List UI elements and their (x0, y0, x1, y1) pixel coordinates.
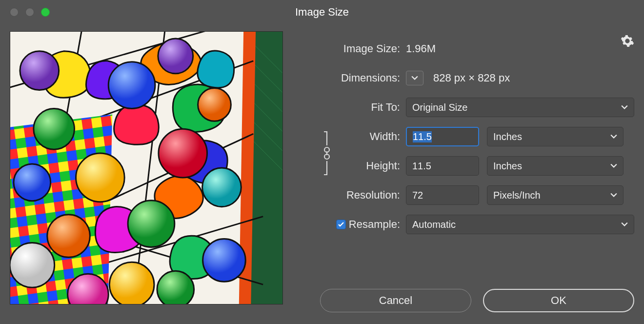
resample-value: Automatic (412, 219, 456, 230)
chevron-down-icon (610, 163, 617, 168)
chevron-down-icon (621, 105, 628, 110)
svg-point-22 (20, 51, 59, 90)
chevron-down-icon (411, 76, 418, 81)
traffic-lights (10, 8, 50, 17)
resolution-units-select[interactable]: Pixels/Inch (487, 185, 624, 205)
dimensions-label: Dimensions: (302, 72, 400, 84)
width-field[interactable] (413, 131, 472, 142)
svg-point-30 (47, 215, 90, 258)
width-units-select[interactable]: Inches (487, 127, 624, 146)
svg-point-29 (128, 201, 175, 247)
image-size-value: 1.96M (406, 42, 436, 55)
svg-point-26 (159, 129, 207, 178)
fit-to-value: Original Size (412, 102, 467, 113)
dialog-buttons: Cancel OK (320, 289, 634, 312)
fit-to-select[interactable]: Original Size (406, 98, 634, 117)
resample-select[interactable]: Automatic (406, 215, 634, 234)
dimensions-value: 828 px × 828 px (433, 72, 510, 84)
width-input[interactable] (406, 127, 479, 146)
image-size-label: Image Size: (302, 42, 400, 55)
check-icon (338, 221, 344, 228)
chevron-down-icon (610, 193, 617, 198)
svg-point-23 (108, 62, 155, 109)
height-units-value: Inches (493, 161, 522, 172)
height-field[interactable] (412, 161, 473, 172)
svg-point-33 (109, 262, 154, 304)
svg-point-34 (157, 271, 194, 304)
svg-point-25 (34, 108, 75, 149)
svg-point-31 (202, 168, 242, 207)
settings-panel: Image Size: 1.96M Dimensions: 828 px × 8… (302, 31, 634, 304)
image-preview[interactable] (10, 31, 283, 304)
width-label: Width: (302, 130, 400, 143)
chevron-down-icon (610, 134, 617, 139)
height-label: Height: (302, 160, 400, 172)
cancel-button[interactable]: Cancel (320, 289, 471, 312)
svg-point-24 (158, 39, 193, 74)
svg-point-37 (198, 88, 231, 122)
dimensions-units-toggle[interactable] (406, 71, 423, 85)
resample-label: Resample: (349, 218, 400, 231)
svg-point-35 (10, 243, 55, 287)
width-units-value: Inches (493, 131, 522, 142)
titlebar: Image Size (0, 0, 644, 24)
resolution-field[interactable] (412, 190, 473, 201)
svg-point-32 (203, 239, 246, 282)
chevron-down-icon (621, 222, 628, 227)
resample-checkbox[interactable] (336, 220, 346, 229)
height-units-select[interactable]: Inches (487, 156, 624, 176)
resolution-input[interactable] (406, 185, 479, 205)
window-title: Image Size (0, 6, 644, 19)
svg-point-28 (14, 164, 51, 201)
resolution-units-value: Pixels/Inch (493, 190, 541, 201)
fit-to-label: Fit To: (302, 101, 400, 114)
ok-button[interactable]: OK (483, 289, 634, 312)
close-window-button[interactable] (10, 8, 19, 17)
minimize-window-button[interactable] (25, 8, 34, 17)
svg-point-27 (76, 153, 125, 202)
zoom-window-button[interactable] (41, 8, 50, 17)
height-input[interactable] (406, 156, 479, 176)
resolution-label: Resolution: (302, 189, 400, 202)
gear-icon[interactable] (621, 34, 634, 48)
